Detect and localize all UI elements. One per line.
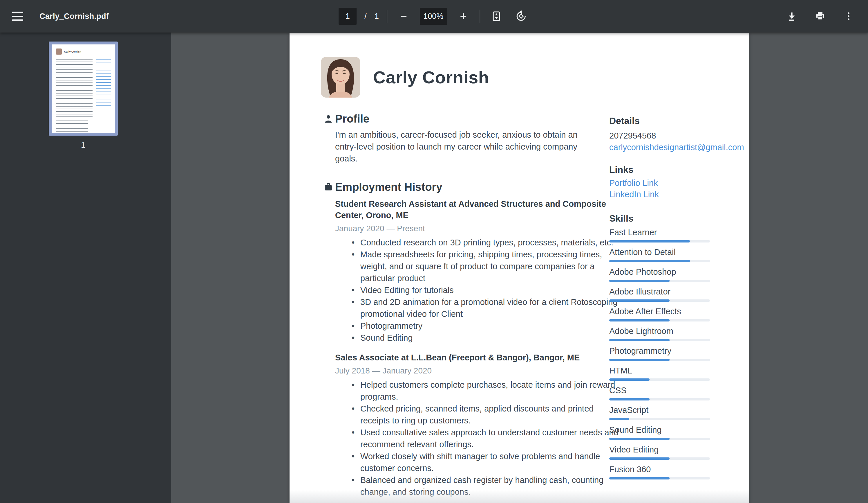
details-section: Details 2072954568 carlycornishdesignart… [609, 115, 746, 153]
skill-bar-track [609, 339, 710, 341]
toolbar-separator [387, 10, 387, 23]
skill-label: Adobe Illustrator [609, 286, 746, 296]
skill-bar-track [609, 379, 710, 381]
skill-bar-track [609, 299, 710, 302]
employment-section: Employment History Student Research Assi… [324, 180, 614, 498]
resume-header: Carly Cornish [321, 57, 489, 98]
employment-heading: Employment History [335, 181, 442, 193]
page-number-input[interactable]: 1 [339, 8, 356, 25]
bullet-item: Photogrammetry [335, 320, 619, 332]
job-period: July 2018 — January 2020 [335, 366, 614, 375]
skill-bar-fill [609, 398, 650, 401]
skill-bar-track [609, 260, 710, 262]
skill-bar-fill [609, 240, 690, 242]
skill-item: Fusion 360 [609, 464, 746, 480]
profile-photo [321, 57, 360, 98]
skill-label: Attention to Detail [609, 247, 746, 257]
skill-bar-fill [609, 359, 670, 361]
job-entry: Sales Associate at L.L.Bean (Freeport & … [335, 352, 614, 498]
skill-label: Video Editing [609, 445, 746, 454]
skill-item: Sound Editing [609, 425, 746, 440]
job-title: Student Research Assistant at Advanced S… [335, 198, 619, 221]
print-icon [814, 10, 826, 22]
skill-item: Adobe After Effects [609, 306, 746, 322]
skill-label: Photogrammetry [609, 346, 746, 356]
skill-label: HTML [609, 366, 746, 375]
links-heading: Links [609, 164, 746, 175]
page-divider: / [364, 12, 367, 21]
skill-label: Fusion 360 [609, 464, 746, 474]
fit-to-page-button[interactable] [488, 8, 505, 25]
skill-bar-fill [609, 280, 670, 282]
thumbnail-name: Carly Cornish [64, 50, 81, 53]
skill-item: Adobe Illustrator [609, 286, 746, 302]
download-button[interactable] [783, 8, 800, 25]
thumbnail-page-number: 1 [49, 140, 118, 150]
skill-label: Sound Editing [609, 425, 746, 435]
job-bullets: Helped customers complete purchases, loc… [335, 379, 619, 498]
skills-list: Fast Learner Attention to Detail Adobe P… [609, 228, 746, 480]
links-section: Links Portfolio Link LinkedIn Link [609, 164, 746, 200]
skill-item: Adobe Lightroom [609, 326, 746, 341]
job-bullets: Conducted research on 3D printing types,… [335, 237, 619, 344]
job-title: Sales Associate at L.L.Bean (Freeport & … [335, 352, 619, 363]
skill-bar-fill [609, 299, 670, 302]
skill-bar-track [609, 359, 710, 361]
skill-bar-track [609, 418, 710, 420]
zoom-in-button[interactable] [455, 8, 472, 25]
skill-label: Adobe After Effects [609, 306, 746, 316]
thumbnail-text-lines [56, 121, 88, 132]
page-total: 1 [374, 12, 379, 21]
rotate-button[interactable] [513, 8, 529, 25]
page-thumbnail-selected[interactable]: Carly Cornish [49, 41, 118, 135]
skill-bar-fill [609, 319, 670, 322]
skill-item: CSS [609, 385, 746, 401]
pdf-page: Carly Cornish Profile I'm an ambitious, … [290, 33, 749, 503]
bullet-item: Used consultative sales approach to unde… [335, 426, 619, 451]
thumbnail-sidebar: Carly Cornish 1 [0, 32, 171, 503]
rotate-ccw-icon [515, 10, 527, 22]
linkedin-link[interactable]: LinkedIn Link [609, 189, 746, 200]
skill-item: Fast Learner [609, 228, 746, 242]
more-options-button[interactable] [840, 8, 857, 25]
skill-bar-fill [609, 477, 670, 480]
print-button[interactable] [812, 8, 828, 25]
job-entry: Student Research Assistant at Advanced S… [335, 198, 614, 344]
phone-number: 2072954568 [609, 130, 746, 141]
bullet-item: Balanced and organized cash register by … [335, 474, 619, 498]
download-icon [786, 10, 797, 22]
email-link[interactable]: carlycornishdesignartist@gmail.com [609, 141, 746, 153]
thumbnail-sidebar-lines [96, 59, 111, 108]
toolbar-separator [479, 10, 480, 23]
profile-section: Profile I'm an ambitious, career-focused… [324, 112, 614, 165]
bullet-item: Checked pricing, scanned items, applied … [335, 403, 619, 426]
job-period: January 2020 — Present [335, 224, 614, 233]
portfolio-link[interactable]: Portfolio Link [609, 178, 746, 189]
skill-item: Photogrammetry [609, 346, 746, 361]
plus-icon [457, 10, 469, 22]
skill-bar-track [609, 398, 710, 401]
thumbnail-photo [56, 49, 62, 54]
skill-item: Video Editing [609, 445, 746, 460]
resume-side-column: Details 2072954568 carlycornishdesignart… [609, 115, 746, 484]
bullet-item: Worked closely with shift manager to sol… [335, 451, 619, 474]
skill-bar-track [609, 319, 710, 322]
zoom-out-button[interactable] [395, 8, 412, 25]
thumbnail-text-lines [56, 59, 93, 119]
skill-bar-fill [609, 379, 650, 381]
skill-bar-fill [609, 457, 670, 460]
bullet-item: Video Editing for tutorials [335, 284, 619, 296]
skill-bar-track [609, 437, 710, 440]
skill-bar-fill [609, 437, 670, 440]
skill-bar-fill [609, 260, 690, 262]
thumbnail-page-preview: Carly Cornish [52, 44, 115, 133]
portrait-image [321, 57, 360, 98]
profile-heading: Profile [335, 113, 369, 125]
resume-name: Carly Cornish [373, 67, 489, 88]
zoom-level-input[interactable]: 100% [420, 8, 447, 25]
skill-item: HTML [609, 366, 746, 381]
profile-text: I'm an ambitious, career-focused job see… [335, 129, 596, 165]
menu-icon[interactable] [12, 9, 27, 23]
minus-icon [398, 10, 409, 22]
skill-bar-track [609, 457, 710, 460]
